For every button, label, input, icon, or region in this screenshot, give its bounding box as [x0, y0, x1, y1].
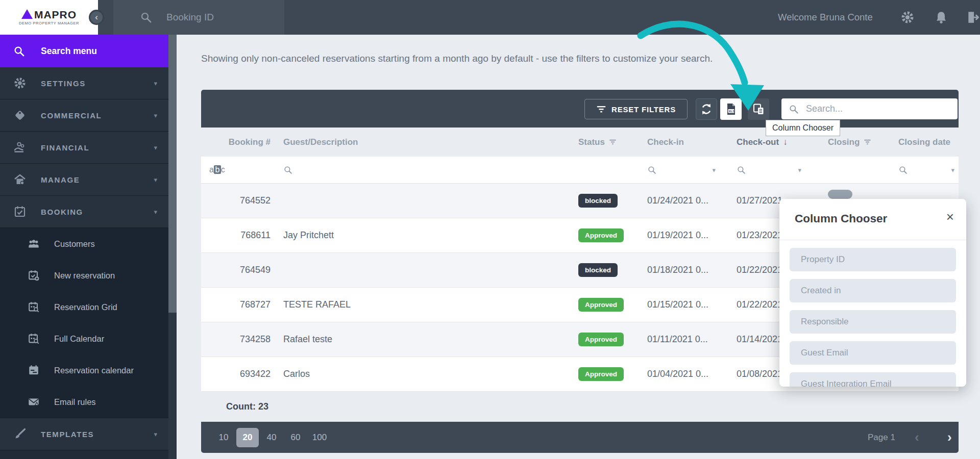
export-xls-button[interactable]: XLS	[720, 98, 742, 120]
app-window: MAPRO DEMO PROPERTY MANAGER ‹ Welcome Br…	[0, 0, 980, 459]
sidebar-subitem[interactable]: Reservation calendar	[0, 354, 168, 386]
envelope-icon	[28, 396, 40, 408]
previous-page-icon[interactable]: ‹	[915, 429, 919, 445]
page-size-40[interactable]: 40	[260, 428, 283, 447]
sidebar-subitem[interactable]: New reservation	[0, 260, 168, 291]
column-chooser-item[interactable]: Guest Email	[790, 341, 956, 365]
header-booking[interactable]: Booking #	[201, 128, 278, 157]
cell-booking-number: 764549	[201, 253, 278, 287]
column-chooser-button[interactable]	[748, 98, 769, 120]
xls-file-icon: XLS	[724, 103, 738, 116]
filter-funnel-icon[interactable]	[609, 139, 617, 145]
page-size-100[interactable]: 100	[308, 428, 331, 447]
refresh-button[interactable]	[696, 98, 717, 120]
chevron-down-icon[interactable]: ▾	[798, 166, 801, 174]
calendar-plus-icon	[28, 269, 40, 282]
sidebar-section[interactable]: FINANCIAL ▾	[0, 132, 168, 164]
page-size-60[interactable]: 60	[284, 428, 307, 447]
search-icon	[789, 104, 799, 114]
column-chooser-item[interactable]: Created in	[790, 279, 956, 302]
row-count: Count: 23	[226, 401, 268, 412]
filter-closing[interactable]	[820, 157, 891, 183]
cell-status: blocked	[561, 184, 640, 218]
cell-booking-number: 768727	[201, 288, 278, 322]
filter-checkin[interactable]: ▾	[640, 157, 730, 183]
grid-search-input[interactable]	[805, 103, 950, 115]
sidebar-section[interactable]: TEMPLATES ▾	[0, 418, 168, 450]
booking-id-search[interactable]	[113, 0, 284, 35]
cell-guest: TESTE RAFAEL	[278, 288, 561, 322]
sidebar-subitem[interactable]: Reservation Grid	[0, 291, 168, 323]
sidebar-section[interactable]: SETTINGS ▾	[0, 67, 168, 99]
sidebar-section-label: FINANCIAL	[41, 143, 89, 152]
welcome-text: Welcome Bruna Conte	[778, 0, 873, 35]
cell-status: blocked	[561, 253, 640, 287]
column-chooser-item[interactable]: Guest Integration Email	[790, 372, 956, 387]
status-badge: blocked	[578, 194, 618, 208]
header-status[interactable]: Status	[561, 128, 640, 157]
filter-funnel-icon[interactable]	[864, 139, 871, 145]
sidebar-subitem-label: Customers	[54, 239, 95, 249]
filter-checkout[interactable]: ▾	[730, 157, 820, 183]
sidebar-subitem[interactable]: Customers	[0, 228, 168, 260]
chevron-down-icon: ▾	[154, 430, 157, 438]
page-size-20[interactable]: 20	[236, 428, 259, 447]
search-icon	[647, 165, 657, 175]
calendar-check-icon	[13, 205, 27, 218]
sidebar-subitem[interactable]: Email rules	[0, 386, 168, 418]
calendar-lines-icon	[28, 364, 40, 376]
column-chooser-title: Column Chooser	[795, 212, 887, 225]
column-chooser-item[interactable]: Responsible	[790, 310, 956, 334]
closing-toggle[interactable]	[828, 190, 852, 199]
logo[interactable]: MAPRO DEMO PROPERTY MANAGER	[0, 0, 98, 35]
sidebar-subitem[interactable]: Full Calendar	[0, 323, 168, 354]
filter-guest[interactable]	[278, 157, 561, 183]
cell-guest	[278, 184, 561, 218]
sidebar: Search menu SETTINGS ▾ COMMERCIAL ▾ FINA…	[0, 35, 168, 459]
column-chooser-item[interactable]: Property ID	[790, 248, 956, 271]
chevron-down-icon[interactable]: ▾	[712, 166, 716, 174]
close-icon[interactable]: ×	[946, 209, 954, 225]
cell-guest: Jay Pritchett	[278, 218, 561, 252]
table-footer: Count: 23	[201, 392, 959, 422]
settings-gear-icon[interactable]	[900, 10, 915, 24]
header-guest[interactable]: Guest/Description	[278, 128, 561, 157]
notifications-bell-icon[interactable]	[934, 10, 948, 24]
cell-guest: Carlos	[278, 357, 561, 391]
cell-booking-number: 734258	[201, 322, 278, 356]
cell-checkin: 01/15/2021 0...	[640, 288, 730, 322]
chevron-down-icon[interactable]: ▾	[951, 166, 954, 174]
filter-booking[interactable]: abc	[201, 157, 278, 183]
filter-closing-date[interactable]: ▾	[891, 157, 959, 183]
search-icon	[13, 45, 25, 57]
page-indicator: Page 1	[868, 432, 895, 443]
sidebar-collapse-button[interactable]: ‹	[89, 10, 104, 25]
header-closing-date[interactable]: Closing date	[891, 128, 959, 157]
sidebar-scrollbar-thumb[interactable]	[168, 35, 177, 313]
next-page-icon[interactable]: ›	[947, 429, 952, 445]
logout-icon[interactable]	[966, 10, 980, 24]
header-checkin[interactable]: Check-in	[640, 128, 730, 157]
chevron-down-icon: ▾	[154, 144, 157, 151]
sidebar-item-search-menu[interactable]: Search menu	[0, 35, 168, 67]
abc-filter-icon: abc	[209, 165, 225, 174]
tag-icon	[13, 109, 27, 122]
sidebar-section-label: MANAGE	[41, 175, 80, 184]
logo-title: MAPRO	[34, 10, 77, 20]
filter-status[interactable]	[561, 157, 640, 183]
sidebar-section[interactable]: BOOKING ▾	[0, 196, 168, 228]
booking-id-search-input[interactable]	[165, 11, 280, 23]
search-icon	[898, 165, 908, 175]
reset-filters-button[interactable]: RESET FILTERS	[584, 99, 688, 119]
chevron-down-icon: ▾	[154, 112, 157, 119]
sidebar-section[interactable]: MANAGE ▾	[0, 164, 168, 196]
page-size-10[interactable]: 10	[212, 428, 235, 447]
sidebar-scrollbar[interactable]	[168, 35, 177, 459]
grid-search[interactable]	[781, 98, 958, 119]
calendar-search-icon	[28, 333, 40, 345]
cell-booking-number: 768611	[201, 218, 278, 252]
gear-icon	[13, 76, 27, 90]
cell-guest: Rafael teste	[278, 322, 561, 356]
sidebar-section[interactable]: COMMERCIAL ▾	[0, 99, 168, 132]
refresh-icon	[700, 103, 713, 116]
